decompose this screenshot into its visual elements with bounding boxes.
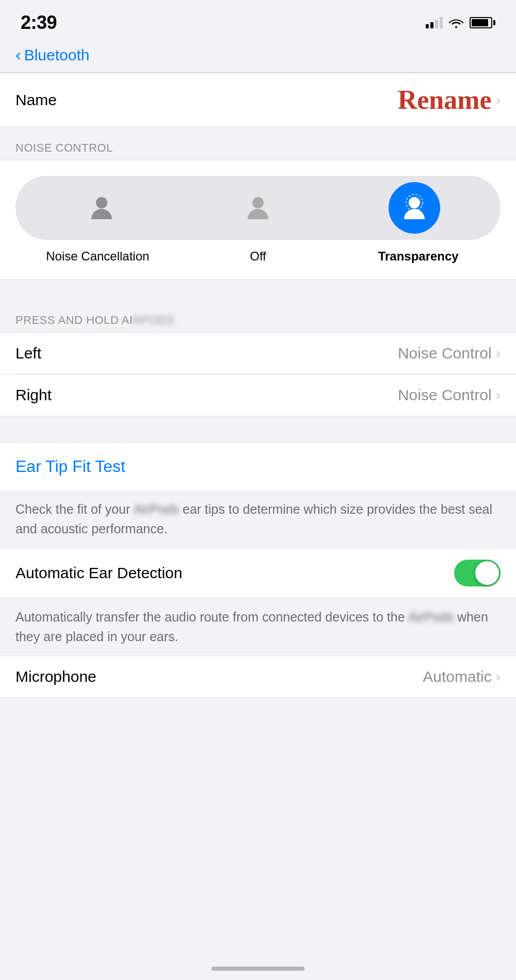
name-value-group: Rename › [398, 85, 501, 115]
right-value: Noise Control [398, 386, 492, 404]
status-time: 2:39 [21, 12, 57, 34]
press-hold-header-text: PRESS AND HOLD AIRPODS [15, 314, 174, 326]
signal-bar-1 [426, 24, 429, 28]
svg-point-1 [252, 197, 264, 208]
home-indicator [212, 967, 304, 971]
microphone-chevron-icon: › [496, 668, 501, 685]
noise-off-icon-wrap [232, 182, 284, 234]
microphone-row[interactable]: Microphone Automatic › [0, 656, 516, 697]
auto-ear-row: Automatic Ear Detection [0, 548, 516, 598]
auto-ear-description: Automatically transfer the audio route f… [15, 608, 501, 646]
svg-point-0 [96, 197, 107, 208]
noise-transparency-icon-wrap [389, 182, 440, 234]
microphone-value-group: Automatic › [423, 668, 501, 685]
noise-control-container: Noise Cancellation Off Transparency [0, 160, 516, 280]
battery-body [470, 17, 492, 28]
left-chevron-icon: › [496, 345, 501, 362]
name-value: Rename [398, 85, 492, 115]
noise-labels: Noise Cancellation Off Transparency [15, 249, 501, 264]
status-bar: 2:39 [0, 0, 516, 41]
noise-cancellation-icon-wrap [76, 182, 127, 234]
right-label: Right [15, 386, 52, 404]
back-chevron-icon: ‹ [15, 46, 21, 63]
press-hold-blurred: RPODS [133, 314, 174, 327]
ear-tip-label: Ear Tip Fit Test [15, 457, 125, 476]
status-icons [426, 17, 495, 28]
noise-label-off: Off [178, 249, 338, 264]
noise-control-header-text: NOISE CONTROL [15, 141, 113, 154]
battery-tip [493, 20, 495, 25]
microphone-section: Microphone Automatic › [0, 656, 516, 698]
name-section: Name Rename › [0, 73, 516, 127]
auto-ear-label: Automatic Ear Detection [15, 564, 182, 582]
back-button[interactable]: ‹ Bluetooth [15, 46, 89, 64]
noise-label-cancellation: Noise Cancellation [18, 249, 178, 264]
left-row[interactable]: Left Noise Control › [0, 333, 516, 374]
microphone-value: Automatic [423, 668, 491, 685]
ear-tip-blurred: AirPods [134, 500, 179, 519]
bottom-spacer [0, 698, 516, 749]
auto-ear-toggle[interactable] [454, 560, 501, 586]
battery-fill [472, 19, 488, 26]
left-value-group: Noise Control › [398, 345, 501, 362]
auto-ear-section: Automatic Ear Detection [0, 548, 516, 598]
noise-control-header: NOISE CONTROL [0, 127, 516, 160]
noise-transparency-icon [399, 192, 430, 223]
signal-icon [426, 17, 443, 28]
auto-ear-description-box: Automatically transfer the audio route f… [0, 598, 516, 656]
battery-icon [470, 17, 495, 28]
name-chevron-icon: › [496, 92, 501, 108]
press-hold-header: PRESS AND HOLD AIRPODS [0, 305, 516, 332]
nav-bar: ‹ Bluetooth [0, 41, 516, 73]
microphone-label: Microphone [15, 668, 96, 685]
noise-option-transparency[interactable] [336, 182, 492, 234]
signal-bar-3 [435, 20, 438, 28]
noise-option-cancellation[interactable] [24, 182, 180, 234]
right-chevron-icon: › [496, 387, 501, 403]
name-label: Name [15, 91, 57, 109]
noise-control-selector[interactable] [15, 176, 501, 240]
auto-ear-blurred: AirPods [409, 608, 454, 627]
noise-cancellation-icon [86, 192, 117, 223]
ear-tip-description-box: Check the fit of your AirPods ear tips t… [0, 491, 516, 548]
signal-bar-4 [440, 17, 443, 28]
gap-1 [0, 280, 516, 305]
right-value-group: Noise Control › [398, 386, 501, 404]
left-label: Left [15, 345, 41, 362]
gap-2 [0, 416, 516, 442]
svg-point-2 [409, 197, 420, 208]
back-label: Bluetooth [24, 46, 90, 64]
ear-tip-description: Check the fit of your AirPods ear tips t… [15, 500, 501, 538]
signal-bar-2 [430, 22, 433, 28]
wifi-icon [449, 17, 463, 28]
left-value: Noise Control [398, 345, 492, 362]
noise-label-transparency: Transparency [338, 249, 498, 264]
press-hold-section: Left Noise Control › Right Noise Control… [0, 332, 516, 416]
noise-option-off[interactable] [180, 182, 336, 234]
ear-tip-row[interactable]: Ear Tip Fit Test [0, 442, 516, 491]
toggle-knob [475, 561, 499, 585]
name-row[interactable]: Name Rename › [0, 73, 516, 126]
right-row[interactable]: Right Noise Control › [0, 374, 516, 416]
noise-off-icon [243, 192, 273, 223]
